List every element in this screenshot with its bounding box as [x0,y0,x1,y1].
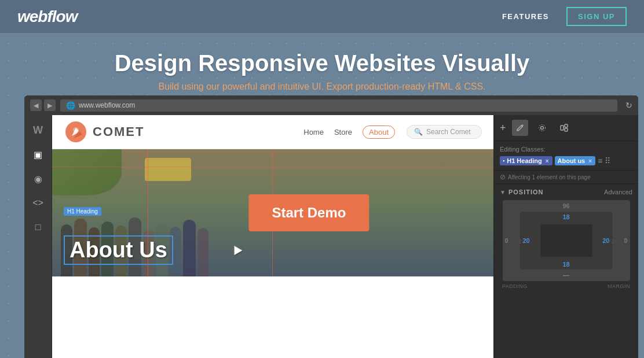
webflow-logo: webflow [17,8,77,26]
svg-rect-6 [565,128,568,131]
svg-point-3 [539,125,545,131]
class-more-icon[interactable]: ≡ [598,156,602,165]
site-nav-store[interactable]: Store [334,128,352,136]
editing-classes-section: Editing Classes: ▪ H1 Heading × About us… [494,141,638,171]
site-menu: Home Store About [303,126,395,139]
tool-sidebar: W ▣ ◉ <> □ [24,115,52,358]
site-navigation: COMET Home Store About 🔍 Search Comet [52,115,493,149]
search-icon: 🔍 [414,128,423,136]
interactions-icon [560,124,568,132]
nav-right: FEATURES SIGN UP [502,7,627,26]
tool-box[interactable]: □ [28,217,49,238]
margin-box: 96 0 0 — 18 20 20 18 ◁▷ [503,200,630,281]
margin-left-value[interactable]: 0 [505,237,508,244]
panel-tabs: + [494,115,638,141]
tag-square-icon: ▪ [503,158,504,164]
hero-subtitle: Build using our powerful and intuitive U… [12,82,632,92]
panel-tab-settings[interactable] [534,120,550,136]
margin-right-value[interactable]: 0 [624,237,627,244]
position-title: ▼ POSITION [500,189,543,195]
class-h1-label: H1 Heading [507,157,542,164]
tool-eye[interactable]: ◉ [28,168,49,189]
site-nav-about[interactable]: About [363,126,395,139]
section-collapse-arrow[interactable]: ▼ [500,189,506,195]
box-model: 96 0 0 — 18 20 20 18 ◁▷ [503,200,630,281]
class-h1-close[interactable]: × [546,158,549,164]
content-box [540,224,592,257]
padding-bottom-value[interactable]: 18 [562,261,569,268]
site-nav-home[interactable]: Home [303,128,324,136]
panel-tab-edit[interactable] [512,120,528,136]
browser-content-area: W ▣ ◉ <> □ [24,115,638,358]
gear-icon [538,124,546,132]
svg-rect-4 [561,126,564,130]
padding-box: 18 20 20 18 ◁▷ ◁▷ [520,212,613,270]
advanced-label[interactable]: Advanced [604,189,632,195]
guide-line-horizontal [52,167,493,167]
canvas-area: COMET Home Store About 🔍 Search Comet [52,115,493,358]
class-about-close[interactable]: × [588,158,592,164]
tool-w[interactable]: W [28,120,49,141]
hero-title: Design Responsive Websites Visually [12,50,632,76]
class-tag-about[interactable]: About us × [555,156,596,165]
editing-classes-label: Editing Classes: [500,146,632,153]
site-hero-image: H1 Heading About Us Start Demo [52,149,493,276]
hero-section: Design Responsive Websites Visually Buil… [0,33,644,104]
h1-label-badge: H1 Heading [64,207,101,216]
tool-canvas[interactable]: ▣ [28,144,49,165]
class-about-label: About us [558,157,586,164]
margin-bottom-value[interactable]: — [563,272,569,279]
class-tags-row: ▪ H1 Heading × About us × ≡ ⠿ [500,156,632,165]
comet-logo-icon [64,120,88,144]
class-drag-icon[interactable]: ⠿ [605,156,610,165]
top-navigation: webflow FEATURES SIGN UP [0,0,644,33]
start-demo-button[interactable]: Start Demo [248,194,369,231]
about-us-heading[interactable]: About Us [64,235,173,265]
features-link[interactable]: FEATURES [502,12,549,21]
svg-rect-5 [565,124,568,127]
affecting-text: Affecting 1 element on this page [508,174,591,180]
affecting-notice: ⊘ Affecting 1 element on this page [494,171,638,184]
tool-code[interactable]: <> [28,193,49,213]
site-search-bar[interactable]: 🔍 Search Comet [407,125,482,139]
padding-top-value[interactable]: 18 [562,213,569,220]
class-tag-h1[interactable]: ▪ H1 Heading × [500,156,552,165]
right-panel: + [493,115,638,358]
margin-label: MARGIN [608,283,630,289]
pencil-icon [516,124,524,132]
right-resize-handle[interactable]: ◁▷ [608,238,617,244]
panel-tab-interactions[interactable] [556,120,572,136]
svg-point-2 [540,127,543,130]
position-header: ▼ POSITION Advanced [500,189,632,195]
position-section: ▼ POSITION Advanced 96 0 0 — [494,184,638,294]
search-placeholder: Search Comet [426,128,471,136]
padding-label: PADDING [502,283,528,289]
left-resize-handle[interactable]: ◁▷ [515,238,525,244]
comet-brand-name: COMET [93,124,144,139]
signup-button[interactable]: SIGN UP [566,7,627,26]
svg-point-1 [73,127,79,133]
browser-mockup: ◀ ▶ 🌐 www.webflow.com ↻ W ▣ ◉ <> □ [24,95,638,358]
site-logo: COMET [64,120,144,144]
info-icon: ⊘ [500,173,506,181]
margin-top-value[interactable]: 96 [562,202,569,209]
add-icon[interactable]: + [500,122,506,134]
browser-window: ◀ ▶ 🌐 www.webflow.com ↻ W ▣ ◉ <> □ [24,95,638,358]
box-labels-row: PADDING MARGIN [500,283,632,289]
